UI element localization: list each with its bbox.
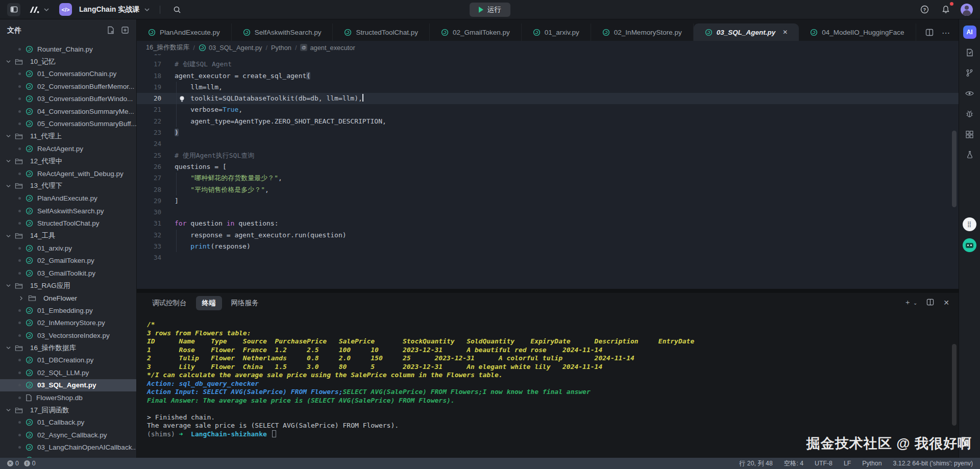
extensions-grid-icon[interactable]: [963, 128, 976, 141]
status-item[interactable]: LF: [844, 460, 851, 467]
tree-file[interactable]: FlowerShop.db: [0, 391, 136, 404]
tree-file[interactable]: 05_ConversationSummaryBuff...: [0, 117, 136, 130]
errors-status[interactable]: ✕ 0: [7, 460, 19, 467]
new-file-button[interactable]: [107, 26, 115, 36]
tree-folder[interactable]: 14_工具: [0, 230, 136, 242]
tree-file[interactable]: SelfAskwithSearch.py: [0, 205, 136, 217]
code-line[interactable]: 23): [137, 127, 959, 138]
code-line[interactable]: 31for question in questions:: [137, 218, 959, 229]
editor-tab[interactable]: PlanAndExecute.py: [137, 23, 232, 41]
tree-file[interactable]: 03_LangChainOpenAICallback...: [0, 441, 136, 454]
panel-tab[interactable]: 调试控制台: [146, 296, 193, 310]
code-line[interactable]: 32 response = agent_executor.run(questio…: [137, 230, 959, 241]
tree-file[interactable]: 03_VectorstoreIndex.py: [0, 329, 136, 341]
tree-file[interactable]: 03_SQL_Agent.py: [0, 379, 136, 391]
tree-file[interactable]: 01_ConversationChain.py: [0, 68, 136, 80]
tree-file[interactable]: 02_ConversationBufferMemor...: [0, 80, 136, 92]
avatar[interactable]: [961, 4, 973, 16]
apps-icon[interactable]: ⣿: [963, 217, 976, 231]
search-button[interactable]: [170, 3, 184, 16]
code-line[interactable]: 22 agent_type=AgentType.ZERO_SHOT_REACT_…: [137, 116, 959, 127]
code-line[interactable]: 28 "平均销售价格是多少？",: [137, 184, 959, 195]
code-line[interactable]: 26questions = [: [137, 161, 959, 172]
code-line[interactable]: 30: [137, 207, 959, 218]
code-editor[interactable]: 1617# 创建SQL Agent18agent_executor = crea…: [137, 54, 959, 289]
code-line-current[interactable]: 20 toolkit=SQLDatabaseToolkit(db=db, llm…: [137, 93, 959, 104]
tree-file[interactable]: Rounter_Chain.py: [0, 43, 136, 55]
code-line[interactable]: 17# 创建SQL Agent: [137, 59, 959, 70]
code-line[interactable]: 29]: [137, 195, 959, 207]
ide-logo[interactable]: [29, 5, 49, 14]
editor-tab[interactable]: StructedToolChat.py: [333, 23, 430, 41]
tree-file[interactable]: StructedToolChat.py: [0, 217, 136, 229]
code-line[interactable]: 19 llm=llm,: [137, 82, 959, 93]
editor-tab[interactable]: 03_SQL_Agent.py✕: [694, 23, 799, 41]
tree-file[interactable]: 01_Callback.py: [0, 416, 136, 429]
run-button[interactable]: 运行: [470, 3, 510, 17]
split-terminal-button[interactable]: [926, 299, 934, 307]
panel-divider[interactable]: [137, 289, 959, 293]
tree-file[interactable]: 02_SQL_LLM.py: [0, 366, 136, 379]
notifications-button[interactable]: [939, 3, 952, 16]
editor-tab[interactable]: 02_InMemoryStore.py: [591, 23, 694, 41]
terminal-scrollbar[interactable]: [952, 344, 957, 426]
quick-fix-bulb[interactable]: [179, 95, 185, 103]
bug-icon[interactable]: [963, 107, 976, 120]
tree-file[interactable]: 01_DBCreation.py: [0, 354, 136, 366]
status-item[interactable]: 空格: 4: [784, 459, 803, 468]
status-item[interactable]: 3.12.2 64-bit ('shims': pyenv): [893, 460, 973, 467]
code-line[interactable]: 25# 使用Agent执行SQL查询: [137, 150, 959, 161]
eye-icon[interactable]: [963, 87, 976, 100]
tree-file[interactable]: 02_InMemoryStore.py: [0, 317, 136, 329]
tree-folder[interactable]: OneFlower: [0, 292, 136, 304]
status-item[interactable]: 行 20, 列 48: [739, 459, 773, 468]
tree-folder[interactable]: 15_RAG应用: [0, 279, 136, 291]
editor-tab[interactable]: 02_GmailToken.py: [430, 23, 522, 41]
breadcrumb-segment[interactable]: Python: [271, 44, 291, 52]
tree-file[interactable]: 02_Async_Callback.py: [0, 429, 136, 441]
panel-tab[interactable]: 终端: [196, 296, 222, 310]
tree-file[interactable]: ReActAgent_with_Debug.py: [0, 167, 136, 180]
tree-file[interactable]: 03_ConversationBufferWindo...: [0, 93, 136, 105]
breadcrumb-segment[interactable]: 16_操作数据库: [146, 43, 189, 52]
code-line[interactable]: 16: [137, 54, 959, 59]
new-terminal-button[interactable]: ＋ ⌄: [904, 298, 917, 307]
ai-robot-icon[interactable]: [963, 238, 976, 252]
status-item[interactable]: UTF-8: [815, 460, 832, 467]
close-panel-button[interactable]: ✕: [943, 299, 949, 307]
terminal-output[interactable]: /*3 rows from Flowers table:ID Name Type…: [137, 313, 959, 458]
tree-file[interactable]: 02_GmailToken.py: [0, 255, 136, 267]
flask-icon[interactable]: [963, 148, 976, 161]
help-button[interactable]: ?: [918, 3, 931, 16]
ai-assistant-icon[interactable]: AI: [963, 26, 976, 39]
split-editor-button[interactable]: [925, 29, 934, 38]
more-actions-button[interactable]: ⋯: [942, 28, 950, 38]
tree-file[interactable]: PlanAndExecute.py: [0, 192, 136, 205]
workspace-title[interactable]: LangChain 实战课: [79, 5, 139, 14]
collapse-folders-button[interactable]: [121, 26, 129, 36]
warnings-status[interactable]: ! 0: [24, 460, 36, 467]
chevron-down-icon[interactable]: [144, 8, 150, 12]
tree-folder[interactable]: 11_代理上: [0, 130, 136, 142]
tree-file[interactable]: ReActAgent.py: [0, 142, 136, 155]
code-line[interactable]: 27 "哪种鲜花的存货数量最少？",: [137, 172, 959, 184]
file-preview-icon[interactable]: [963, 46, 976, 59]
code-line[interactable]: 21 verbose=True,: [137, 104, 959, 115]
tree-file[interactable]: 01_Embedding.py: [0, 304, 136, 316]
status-item[interactable]: Python: [862, 460, 881, 467]
code-line[interactable]: 18agent_executor = create_sql_agent(: [137, 70, 959, 82]
code-line[interactable]: 24: [137, 138, 959, 150]
breadcrumb-segment[interactable]: 03_SQL_Agent.py: [199, 44, 262, 52]
tree-folder[interactable]: 13_代理下: [0, 180, 136, 192]
tree-file[interactable]: 01_arxiv.py: [0, 242, 136, 254]
tree-file[interactable]: 04_LangChainCustomCallback: [0, 454, 136, 458]
git-branch-icon[interactable]: [963, 66, 976, 80]
toggle-sidebar-button[interactable]: [7, 3, 20, 16]
tree-folder[interactable]: 12_代理中: [0, 155, 136, 167]
tree-folder[interactable]: 16_操作数据库: [0, 341, 136, 354]
panel-tab[interactable]: 网络服务: [225, 296, 265, 310]
code-line[interactable]: 33 print(response): [137, 241, 959, 252]
editor-tab[interactable]: SelfAskwithSearch.py: [232, 23, 333, 41]
tree-folder[interactable]: 17_回调函数: [0, 404, 136, 416]
tree-folder[interactable]: 10_记忆: [0, 55, 136, 67]
